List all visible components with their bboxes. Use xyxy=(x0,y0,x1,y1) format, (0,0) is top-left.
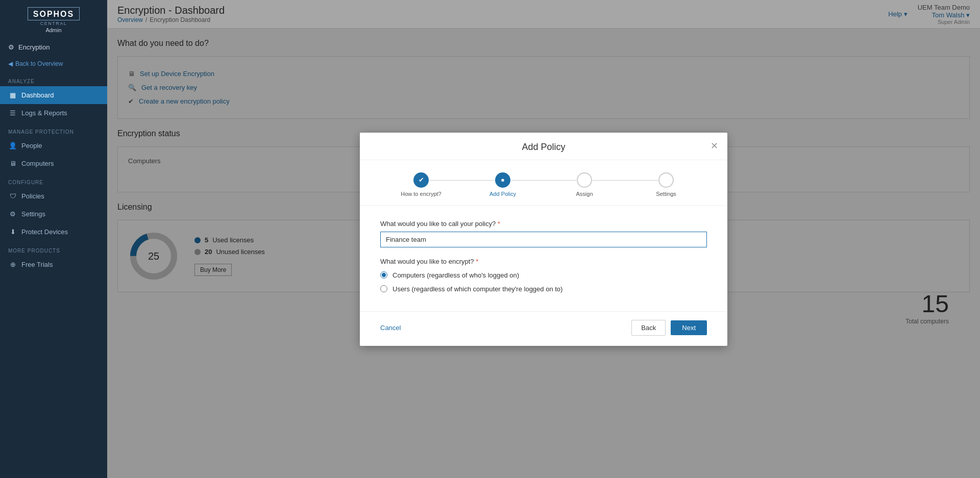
modal-overlay: Add Policy ✕ ✔ How to encrypt? ● Add Pol… xyxy=(107,0,980,478)
required-mark: * xyxy=(498,220,500,228)
free-trials-icon: ⊕ xyxy=(8,261,17,268)
policy-name-input[interactable] xyxy=(380,232,707,247)
stepper: ✔ How to encrypt? ● Add Policy Assign Se… xyxy=(360,160,727,206)
sidebar-item-computers[interactable]: 🖥 Computers xyxy=(0,155,107,172)
policy-name-label: What would you like to call your policy?… xyxy=(380,220,707,228)
logo-sub: CENTRAL xyxy=(8,21,99,26)
logo: SOPHOS CENTRAL Admin xyxy=(0,0,107,38)
admin-label: Admin xyxy=(8,27,99,33)
encrypt-question-label: What would you like to encrypt? * xyxy=(380,258,707,265)
step-4: Settings xyxy=(625,172,707,197)
encrypt-required-mark: * xyxy=(476,258,478,265)
sidebar-item-policies[interactable]: 🛡 Policies xyxy=(0,187,107,205)
analyze-section-header: ANALYZE xyxy=(0,71,107,86)
step-1: ✔ How to encrypt? xyxy=(380,172,462,197)
sidebar-item-free-trials[interactable]: ⊕ Free Trials xyxy=(0,256,107,273)
logo-text: SOPHOS xyxy=(33,10,74,18)
add-policy-modal: Add Policy ✕ ✔ How to encrypt? ● Add Pol… xyxy=(360,133,727,346)
people-icon: 👤 xyxy=(8,142,17,149)
step-3-label: Assign xyxy=(576,191,593,197)
sidebar-item-dashboard[interactable]: ▦ Dashboard xyxy=(0,86,107,104)
footer-right: Back Next xyxy=(631,320,707,336)
step-2-label: Add Policy xyxy=(489,191,516,197)
modal-footer: Cancel Back Next xyxy=(360,311,727,346)
back-button[interactable]: Back xyxy=(631,320,666,336)
main-content: Encryption - Dashboard Overview / Encryp… xyxy=(107,0,980,478)
computers-icon: 🖥 xyxy=(8,160,17,167)
option-computers-radio[interactable] xyxy=(380,271,387,279)
option-computers[interactable]: Computers (regardless of who's logged on… xyxy=(380,271,707,279)
sidebar-item-settings[interactable]: ⚙ Settings xyxy=(0,205,107,223)
step-2: ● Add Policy xyxy=(462,172,544,197)
sidebar-item-logs-reports[interactable]: ☰ Logs & Reports xyxy=(0,104,107,122)
logs-icon: ☰ xyxy=(8,109,17,117)
encryption-label: Encryption xyxy=(18,43,50,51)
modal-header: Add Policy ✕ xyxy=(360,133,727,160)
sidebar: SOPHOS CENTRAL Admin ⚙ Encryption ◀ Back… xyxy=(0,0,107,478)
settings-icon: ⚙ xyxy=(8,210,17,218)
step-4-circle xyxy=(658,172,674,188)
step-1-circle: ✔ xyxy=(413,172,429,188)
dashboard-icon: ▦ xyxy=(8,91,17,99)
modal-body: What would you like to call your policy?… xyxy=(360,206,727,311)
back-arrow-icon: ◀ xyxy=(8,60,13,67)
encryption-header: ⚙ Encryption xyxy=(0,38,107,56)
option-users[interactable]: Users (regardless of which computer they… xyxy=(380,285,707,293)
step-3: Assign xyxy=(544,172,625,197)
modal-close-button[interactable]: ✕ xyxy=(710,141,718,150)
manage-protection-header: MANAGE PROTECTION xyxy=(0,122,107,137)
next-button[interactable]: Next xyxy=(671,320,707,335)
more-products-header: MORE PRODUCTS xyxy=(0,241,107,256)
encrypt-radio-group: Computers (regardless of who's logged on… xyxy=(380,271,707,293)
step-1-label: How to encrypt? xyxy=(401,191,441,197)
modal-title: Add Policy xyxy=(522,142,565,153)
sidebar-item-people[interactable]: 👤 People xyxy=(0,137,107,155)
step-4-label: Settings xyxy=(656,191,676,197)
protect-devices-icon: ⬇ xyxy=(8,228,17,236)
cancel-button[interactable]: Cancel xyxy=(380,324,401,332)
sidebar-item-protect-devices[interactable]: ⬇ Protect Devices xyxy=(0,223,107,241)
step-2-circle: ● xyxy=(495,172,510,188)
step-3-circle xyxy=(577,172,592,188)
lock-icon: ⚙ xyxy=(8,43,14,51)
back-to-overview[interactable]: ◀ Back to Overview xyxy=(0,56,107,71)
configure-header: CONFIGURE xyxy=(0,172,107,187)
policies-icon: 🛡 xyxy=(8,192,17,200)
option-users-radio[interactable] xyxy=(380,285,387,292)
